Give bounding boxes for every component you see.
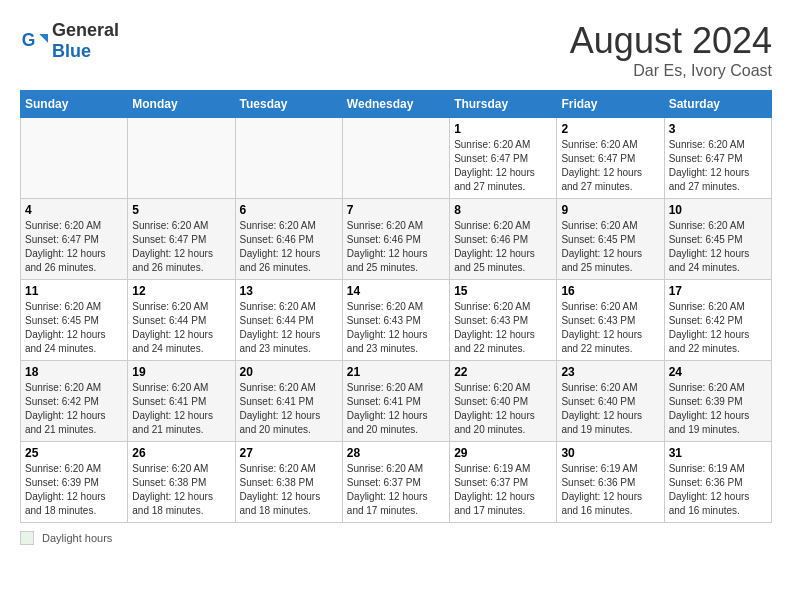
day-info: Sunrise: 6:20 AMSunset: 6:45 PMDaylight:… — [561, 219, 659, 275]
calendar-cell: 30Sunrise: 6:19 AMSunset: 6:36 PMDayligh… — [557, 442, 664, 523]
calendar-cell: 24Sunrise: 6:20 AMSunset: 6:39 PMDayligh… — [664, 361, 771, 442]
month-year: August 2024 — [570, 20, 772, 62]
day-info: Sunrise: 6:20 AMSunset: 6:45 PMDaylight:… — [669, 219, 767, 275]
calendar-cell: 18Sunrise: 6:20 AMSunset: 6:42 PMDayligh… — [21, 361, 128, 442]
calendar-cell: 12Sunrise: 6:20 AMSunset: 6:44 PMDayligh… — [128, 280, 235, 361]
day-number: 13 — [240, 284, 338, 298]
day-info: Sunrise: 6:20 AMSunset: 6:39 PMDaylight:… — [25, 462, 123, 518]
day-number: 29 — [454, 446, 552, 460]
day-number: 30 — [561, 446, 659, 460]
day-info: Sunrise: 6:20 AMSunset: 6:46 PMDaylight:… — [454, 219, 552, 275]
day-number: 15 — [454, 284, 552, 298]
day-info: Sunrise: 6:19 AMSunset: 6:37 PMDaylight:… — [454, 462, 552, 518]
calendar-cell: 25Sunrise: 6:20 AMSunset: 6:39 PMDayligh… — [21, 442, 128, 523]
day-number: 8 — [454, 203, 552, 217]
calendar-cell: 28Sunrise: 6:20 AMSunset: 6:37 PMDayligh… — [342, 442, 449, 523]
logo-text: General Blue — [52, 20, 119, 62]
day-number: 17 — [669, 284, 767, 298]
day-number: 9 — [561, 203, 659, 217]
day-number: 7 — [347, 203, 445, 217]
logo: G General Blue — [20, 20, 119, 62]
calendar-cell: 21Sunrise: 6:20 AMSunset: 6:41 PMDayligh… — [342, 361, 449, 442]
title-block: August 2024 Dar Es, Ivory Coast — [570, 20, 772, 80]
day-info: Sunrise: 6:20 AMSunset: 6:47 PMDaylight:… — [25, 219, 123, 275]
weekday-header: Sunday — [21, 91, 128, 118]
weekday-header-row: SundayMondayTuesdayWednesdayThursdayFrid… — [21, 91, 772, 118]
day-info: Sunrise: 6:19 AMSunset: 6:36 PMDaylight:… — [669, 462, 767, 518]
day-number: 4 — [25, 203, 123, 217]
day-info: Sunrise: 6:20 AMSunset: 6:38 PMDaylight:… — [240, 462, 338, 518]
day-info: Sunrise: 6:20 AMSunset: 6:42 PMDaylight:… — [25, 381, 123, 437]
logo-general: General — [52, 20, 119, 40]
calendar-cell: 22Sunrise: 6:20 AMSunset: 6:40 PMDayligh… — [450, 361, 557, 442]
calendar-week-row: 18Sunrise: 6:20 AMSunset: 6:42 PMDayligh… — [21, 361, 772, 442]
day-info: Sunrise: 6:20 AMSunset: 6:38 PMDaylight:… — [132, 462, 230, 518]
day-number: 11 — [25, 284, 123, 298]
day-info: Sunrise: 6:20 AMSunset: 6:47 PMDaylight:… — [561, 138, 659, 194]
day-info: Sunrise: 6:20 AMSunset: 6:45 PMDaylight:… — [25, 300, 123, 356]
page-header: G General Blue August 2024 Dar Es, Ivory… — [20, 20, 772, 80]
logo-icon: G — [20, 27, 48, 55]
calendar-week-row: 11Sunrise: 6:20 AMSunset: 6:45 PMDayligh… — [21, 280, 772, 361]
calendar-cell: 27Sunrise: 6:20 AMSunset: 6:38 PMDayligh… — [235, 442, 342, 523]
weekday-header: Friday — [557, 91, 664, 118]
calendar-cell: 6Sunrise: 6:20 AMSunset: 6:46 PMDaylight… — [235, 199, 342, 280]
calendar-cell: 16Sunrise: 6:20 AMSunset: 6:43 PMDayligh… — [557, 280, 664, 361]
calendar-week-row: 4Sunrise: 6:20 AMSunset: 6:47 PMDaylight… — [21, 199, 772, 280]
calendar-cell: 3Sunrise: 6:20 AMSunset: 6:47 PMDaylight… — [664, 118, 771, 199]
calendar-cell: 8Sunrise: 6:20 AMSunset: 6:46 PMDaylight… — [450, 199, 557, 280]
weekday-header: Wednesday — [342, 91, 449, 118]
calendar-cell: 5Sunrise: 6:20 AMSunset: 6:47 PMDaylight… — [128, 199, 235, 280]
day-number: 12 — [132, 284, 230, 298]
day-number: 2 — [561, 122, 659, 136]
svg-text:G: G — [22, 30, 36, 50]
calendar-table: SundayMondayTuesdayWednesdayThursdayFrid… — [20, 90, 772, 523]
calendar-cell: 26Sunrise: 6:20 AMSunset: 6:38 PMDayligh… — [128, 442, 235, 523]
daylight-legend-box — [20, 531, 34, 545]
day-number: 3 — [669, 122, 767, 136]
day-number: 6 — [240, 203, 338, 217]
calendar-cell: 1Sunrise: 6:20 AMSunset: 6:47 PMDaylight… — [450, 118, 557, 199]
day-info: Sunrise: 6:20 AMSunset: 6:42 PMDaylight:… — [669, 300, 767, 356]
day-info: Sunrise: 6:20 AMSunset: 6:40 PMDaylight:… — [561, 381, 659, 437]
calendar-cell: 29Sunrise: 6:19 AMSunset: 6:37 PMDayligh… — [450, 442, 557, 523]
calendar-cell: 7Sunrise: 6:20 AMSunset: 6:46 PMDaylight… — [342, 199, 449, 280]
weekday-header: Monday — [128, 91, 235, 118]
day-info: Sunrise: 6:20 AMSunset: 6:47 PMDaylight:… — [132, 219, 230, 275]
day-info: Sunrise: 6:20 AMSunset: 6:43 PMDaylight:… — [561, 300, 659, 356]
calendar-week-row: 25Sunrise: 6:20 AMSunset: 6:39 PMDayligh… — [21, 442, 772, 523]
calendar-cell: 19Sunrise: 6:20 AMSunset: 6:41 PMDayligh… — [128, 361, 235, 442]
day-info: Sunrise: 6:20 AMSunset: 6:44 PMDaylight:… — [132, 300, 230, 356]
weekday-header: Saturday — [664, 91, 771, 118]
day-number: 28 — [347, 446, 445, 460]
day-info: Sunrise: 6:20 AMSunset: 6:41 PMDaylight:… — [240, 381, 338, 437]
calendar-cell: 14Sunrise: 6:20 AMSunset: 6:43 PMDayligh… — [342, 280, 449, 361]
day-number: 26 — [132, 446, 230, 460]
day-info: Sunrise: 6:20 AMSunset: 6:43 PMDaylight:… — [347, 300, 445, 356]
day-number: 20 — [240, 365, 338, 379]
day-number: 5 — [132, 203, 230, 217]
day-info: Sunrise: 6:20 AMSunset: 6:41 PMDaylight:… — [347, 381, 445, 437]
day-info: Sunrise: 6:20 AMSunset: 6:43 PMDaylight:… — [454, 300, 552, 356]
daylight-label: Daylight hours — [42, 532, 112, 544]
svg-marker-1 — [39, 34, 48, 43]
calendar-cell: 9Sunrise: 6:20 AMSunset: 6:45 PMDaylight… — [557, 199, 664, 280]
weekday-header: Thursday — [450, 91, 557, 118]
day-number: 22 — [454, 365, 552, 379]
day-number: 16 — [561, 284, 659, 298]
calendar-cell: 17Sunrise: 6:20 AMSunset: 6:42 PMDayligh… — [664, 280, 771, 361]
day-info: Sunrise: 6:20 AMSunset: 6:44 PMDaylight:… — [240, 300, 338, 356]
calendar-cell — [21, 118, 128, 199]
day-number: 10 — [669, 203, 767, 217]
day-info: Sunrise: 6:20 AMSunset: 6:46 PMDaylight:… — [347, 219, 445, 275]
day-info: Sunrise: 6:20 AMSunset: 6:41 PMDaylight:… — [132, 381, 230, 437]
day-number: 1 — [454, 122, 552, 136]
logo-blue: Blue — [52, 41, 91, 61]
calendar-cell: 11Sunrise: 6:20 AMSunset: 6:45 PMDayligh… — [21, 280, 128, 361]
day-info: Sunrise: 6:20 AMSunset: 6:37 PMDaylight:… — [347, 462, 445, 518]
calendar-cell — [128, 118, 235, 199]
day-info: Sunrise: 6:20 AMSunset: 6:39 PMDaylight:… — [669, 381, 767, 437]
calendar-cell: 10Sunrise: 6:20 AMSunset: 6:45 PMDayligh… — [664, 199, 771, 280]
calendar-cell: 13Sunrise: 6:20 AMSunset: 6:44 PMDayligh… — [235, 280, 342, 361]
day-number: 21 — [347, 365, 445, 379]
